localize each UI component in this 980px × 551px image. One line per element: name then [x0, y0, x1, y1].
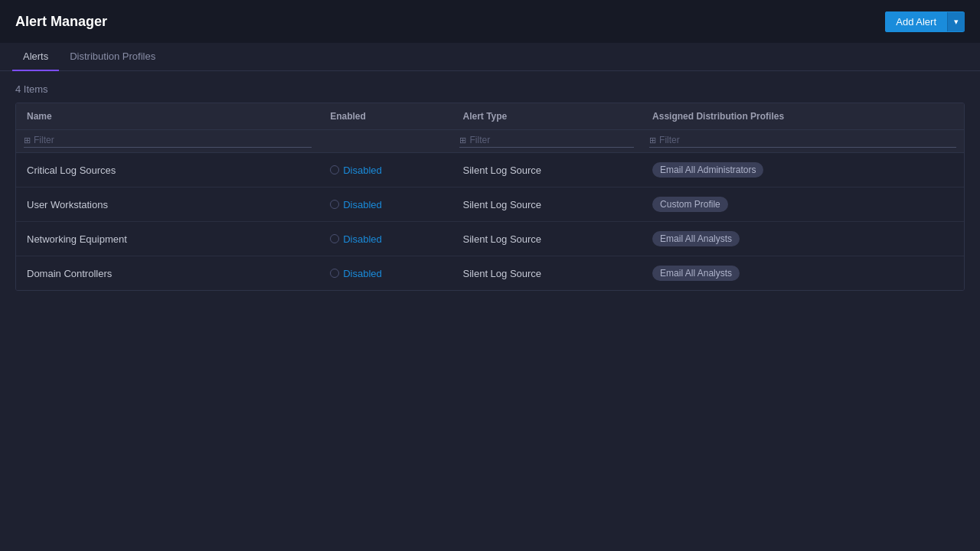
filter-cell-enabled [319, 130, 452, 153]
radio-icon-1 [330, 200, 339, 209]
cell-alert-type-0: Silent Log Source [452, 153, 642, 187]
cell-enabled-3: Disabled [319, 256, 452, 291]
filter-row: ⊞ ⊞ ⊞ [16, 130, 964, 153]
add-alert-main[interactable]: Add Alert [885, 11, 947, 32]
alerts-table: Name Enabled Alert Type Assigned Distrib… [16, 103, 964, 290]
radio-icon-0 [330, 165, 339, 174]
filter-icon-dist-profiles: ⊞ [649, 135, 656, 145]
filter-cell-dist-profiles: ⊞ [642, 130, 964, 153]
dist-profile-badge-3[interactable]: Email All Analysts [652, 266, 740, 281]
cell-alert-type-2: Silent Log Source [452, 222, 642, 256]
main-content: 4 Items Name Enabled Alert Type Assigned… [0, 71, 980, 303]
col-header-dist-profiles: Assigned Distribution Profiles [642, 103, 964, 130]
filter-wrap-alert-type: ⊞ [459, 135, 634, 148]
filter-input-dist-profiles[interactable] [659, 135, 956, 145]
table-row[interactable]: User Workstations Disabled Silent Log So… [16, 187, 964, 222]
item-count: 4 Items [15, 83, 965, 95]
cell-alert-type-3: Silent Log Source [452, 256, 642, 291]
cell-dist-profile-3: Email All Analysts [642, 256, 964, 291]
dist-profile-badge-0[interactable]: Email All Administrators [652, 162, 763, 178]
cell-alert-type-1: Silent Log Source [452, 187, 642, 222]
filter-icon-alert-type: ⊞ [459, 135, 466, 145]
status-disabled-0: Disabled [330, 165, 441, 176]
app-title: Alert Manager [15, 14, 107, 30]
cell-name-2: Networking Equipment [16, 222, 319, 256]
tab-distribution-profiles[interactable]: Distribution Profiles [59, 43, 166, 71]
col-header-alert-type: Alert Type [452, 103, 642, 130]
table-row[interactable]: Critical Log Sources Disabled Silent Log… [16, 153, 964, 187]
cell-dist-profile-0: Email All Administrators [642, 153, 964, 187]
dist-profile-badge-2[interactable]: Email All Analysts [652, 231, 740, 246]
cell-dist-profile-2: Email All Analysts [642, 222, 964, 256]
alerts-table-wrapper: Name Enabled Alert Type Assigned Distrib… [15, 103, 965, 291]
cell-enabled-1: Disabled [319, 187, 452, 222]
cell-name-1: User Workstations [16, 187, 319, 222]
filter-input-name[interactable] [34, 135, 312, 145]
filter-input-alert-type[interactable] [469, 135, 634, 145]
table-row[interactable]: Domain Controllers Disabled Silent Log S… [16, 256, 964, 291]
col-header-name: Name [16, 103, 319, 130]
filter-wrap-dist-profiles: ⊞ [649, 135, 956, 148]
table-header-row: Name Enabled Alert Type Assigned Distrib… [16, 103, 964, 130]
cell-enabled-2: Disabled [319, 222, 452, 256]
status-disabled-2: Disabled [330, 233, 441, 245]
add-alert-button[interactable]: Add Alert ▾ [885, 11, 965, 32]
radio-icon-3 [330, 269, 339, 278]
cell-enabled-0: Disabled [319, 153, 452, 187]
cell-dist-profile-1: Custom Profile [642, 187, 964, 222]
cell-name-0: Critical Log Sources [16, 153, 319, 187]
filter-cell-alert-type: ⊞ [452, 130, 642, 153]
filter-wrap-name: ⊞ [24, 135, 312, 148]
radio-icon-2 [330, 234, 339, 243]
cell-name-3: Domain Controllers [16, 256, 319, 291]
status-disabled-1: Disabled [330, 199, 441, 210]
col-header-enabled: Enabled [319, 103, 452, 130]
app-header: Alert Manager Add Alert ▾ [0, 0, 980, 43]
add-alert-dropdown[interactable]: ▾ [947, 12, 965, 31]
status-disabled-3: Disabled [330, 268, 441, 279]
table-row[interactable]: Networking Equipment Disabled Silent Log… [16, 222, 964, 256]
tab-bar: Alerts Distribution Profiles [0, 43, 980, 71]
dist-profile-badge-1[interactable]: Custom Profile [652, 197, 728, 212]
filter-cell-name: ⊞ [16, 130, 319, 153]
filter-icon-name: ⊞ [24, 135, 31, 145]
tab-alerts[interactable]: Alerts [12, 43, 59, 71]
